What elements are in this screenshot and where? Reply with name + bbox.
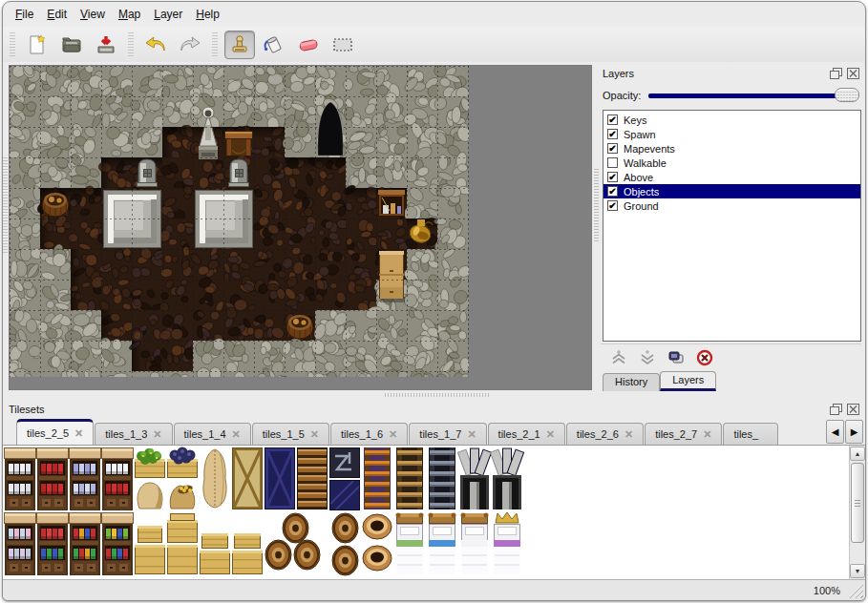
close-tab-icon[interactable]: ✕ <box>153 428 161 441</box>
close-icon <box>847 68 859 79</box>
layer-visibility-checkbox[interactable]: ✔ <box>607 172 618 182</box>
close-tab-icon[interactable]: ✕ <box>389 428 397 441</box>
opacity-slider-handle[interactable] <box>835 88 859 102</box>
float-panel-button[interactable] <box>829 68 842 80</box>
layer-visibility-checkbox[interactable]: ✔ <box>607 114 618 125</box>
left-dock-grip[interactable] <box>3 157 8 253</box>
scroll-up-button[interactable]: ▲ <box>850 447 865 461</box>
menu-map[interactable]: Map <box>112 5 147 24</box>
dock-tab-layers[interactable]: Layers <box>660 371 716 391</box>
menubar: FileEditViewMapLayerHelp <box>3 2 865 27</box>
window-resize-grip[interactable] <box>849 584 863 598</box>
lower-layer-button[interactable] <box>637 347 658 368</box>
close-tab-icon[interactable]: ✕ <box>232 428 241 441</box>
tileset-tab-label: tiles_1_6 <box>341 428 383 440</box>
raise-layer-button[interactable] <box>608 347 629 368</box>
close-tab-icon[interactable]: ✕ <box>703 428 711 441</box>
layer-visibility-checkbox[interactable]: ✔ <box>607 186 618 197</box>
layer-name: Spawn <box>624 129 656 140</box>
close-tilesets-button[interactable] <box>846 404 859 416</box>
eraser-tool-icon <box>296 33 321 56</box>
layer-visibility-checkbox[interactable]: ✔ <box>607 143 618 154</box>
tileset-tab-tiles_2_1[interactable]: tiles_2_1✕ <box>488 423 565 445</box>
float-tilesets-button[interactable] <box>829 404 842 416</box>
delete-layer-button[interactable] <box>694 347 715 368</box>
layer-row-walkable[interactable]: Walkable <box>603 156 860 170</box>
zoom-level: 100% <box>814 585 840 596</box>
redo-button[interactable] <box>175 31 205 59</box>
tileset-tab-tiles_2_7[interactable]: tiles_2_7✕ <box>645 423 722 445</box>
fill-tool-button[interactable] <box>259 31 289 59</box>
duplicate-layer-button[interactable] <box>666 347 687 368</box>
new-file-button[interactable] <box>22 31 53 59</box>
vertical-splitter[interactable] <box>592 62 601 391</box>
scroll-tabs-right-button[interactable]: ▶ <box>845 420 863 444</box>
layer-name: Mapevents <box>624 143 675 155</box>
tileset-tab-tiles_1_5[interactable]: tiles_1_5✕ <box>252 423 329 445</box>
close-tab-icon[interactable]: ✕ <box>467 428 476 441</box>
layer-row-spawn[interactable]: ✔Spawn <box>603 127 860 141</box>
undo-button[interactable] <box>140 31 171 59</box>
tilesets-panel: Tilesets tiles_2_5✕tiles_1_3✕tiles_1_4✕t… <box>3 399 865 579</box>
tileset-tab-label: tiles_1_7 <box>419 428 461 440</box>
tileset-scrollbar[interactable]: ▲ ▼ <box>849 446 865 579</box>
close-panel-button[interactable] <box>846 68 859 80</box>
scroll-tabs-left-button[interactable]: ◀ <box>826 420 844 444</box>
status-bar: 100% <box>3 579 865 600</box>
save-button[interactable] <box>91 31 121 59</box>
open-file-button[interactable] <box>56 31 87 59</box>
tileset-tab-label: tiles_ <box>733 428 758 440</box>
open-folder-icon <box>60 33 83 56</box>
raise-layer-icon <box>610 349 627 366</box>
menu-view[interactable]: View <box>74 5 112 24</box>
toolbar-grip[interactable] <box>10 32 15 57</box>
layer-row-keys[interactable]: ✔Keys <box>603 113 860 127</box>
scroll-down-button[interactable]: ▼ <box>850 564 865 578</box>
layer-buttons-row <box>601 343 861 370</box>
toolbar-separator-2 <box>212 32 218 57</box>
horizontal-splitter[interactable] <box>3 391 865 399</box>
tileset-tab-tiles_1_6[interactable]: tiles_1_6✕ <box>330 423 408 445</box>
tileset-tab-label: tiles_2_5 <box>27 427 69 439</box>
undo-arrow-icon <box>143 33 168 56</box>
tileset-canvas[interactable] <box>3 446 832 578</box>
layer-visibility-checkbox[interactable]: ✔ <box>607 129 618 139</box>
tileset-tab-tiles_1_3[interactable]: tiles_1_3✕ <box>95 423 172 445</box>
layer-row-ground[interactable]: ✔Ground <box>603 198 860 213</box>
tileset-tab-label: tiles_2_1 <box>498 428 540 440</box>
layer-row-above[interactable]: ✔Above <box>603 170 860 184</box>
dock-tab-history[interactable]: History <box>603 373 660 391</box>
layer-visibility-checkbox[interactable] <box>607 157 618 168</box>
scrollbar-thumb[interactable] <box>851 463 864 543</box>
close-tab-icon[interactable]: ✕ <box>546 428 555 441</box>
menu-file[interactable]: File <box>9 5 40 24</box>
close-icon <box>847 404 859 415</box>
tileset-tabbar: tiles_2_5✕tiles_1_3✕tiles_1_4✕tiles_1_5✕… <box>3 420 865 446</box>
tileset-tab-tiles_1_7[interactable]: tiles_1_7✕ <box>409 423 486 445</box>
layer-visibility-checkbox[interactable]: ✔ <box>607 200 618 211</box>
eraser-tool-button[interactable] <box>293 31 324 59</box>
layer-row-objects[interactable]: ✔Objects <box>603 184 860 198</box>
close-tab-icon[interactable]: ✕ <box>625 428 633 441</box>
map-canvas[interactable] <box>10 66 591 389</box>
select-tool-button[interactable] <box>328 31 358 59</box>
layer-row-mapevents[interactable]: ✔Mapevents <box>603 141 860 156</box>
tileset-tab-tiles_2_5[interactable]: tiles_2_5✕ <box>16 419 94 445</box>
opacity-slider[interactable] <box>648 88 859 103</box>
menu-edit[interactable]: Edit <box>40 5 74 24</box>
menu-help[interactable]: Help <box>189 5 226 24</box>
tileset-tab-tiles[interactable]: tiles_ <box>723 423 778 445</box>
close-tab-icon[interactable]: ✕ <box>74 427 83 440</box>
opacity-row: Opacity: <box>601 83 861 108</box>
horizontal-splitter-grip[interactable] <box>385 393 490 397</box>
opacity-slider-track[interactable] <box>648 94 856 98</box>
tileset-tab-tiles_2_6[interactable]: tiles_2_6✕ <box>566 423 644 445</box>
vertical-splitter-grip[interactable] <box>594 169 599 243</box>
toolbar <box>3 27 865 62</box>
close-tab-icon[interactable]: ✕ <box>310 428 319 441</box>
layer-name: Walkable <box>624 157 667 169</box>
menu-layer[interactable]: Layer <box>147 5 189 24</box>
tileset-tab-tiles_1_4[interactable]: tiles_1_4✕ <box>174 423 251 445</box>
main-area: Layers Opacity: <box>3 62 865 391</box>
stamp-tool-button[interactable] <box>224 31 255 59</box>
